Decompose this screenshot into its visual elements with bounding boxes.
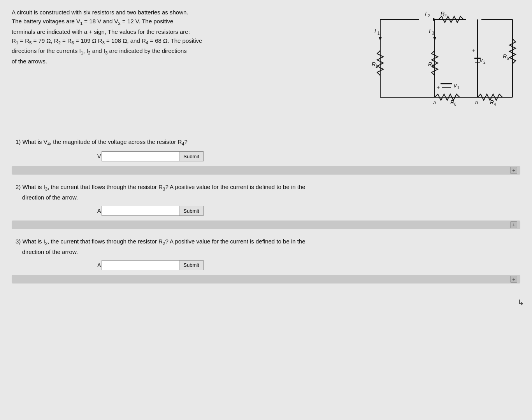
question-3-answer-row: A Submit: [12, 260, 520, 270]
svg-text:V: V: [479, 58, 483, 63]
svg-text:a: a: [433, 100, 436, 105]
question-3-input[interactable]: [102, 260, 179, 270]
question-2-answer-row: A Submit: [12, 206, 520, 216]
question-1-unit: V: [97, 153, 101, 159]
question-3-unit: A: [97, 262, 101, 268]
question-2-text: 2) What is I3, the current that flows th…: [12, 182, 520, 202]
svg-text:b: b: [475, 100, 478, 105]
question-2-section: 2) What is I3, the current that flows th…: [12, 182, 520, 229]
svg-text:+: +: [472, 47, 475, 54]
svg-text:I: I: [374, 28, 376, 34]
svg-text:2: 2: [483, 60, 486, 65]
question-3-expand-btn[interactable]: +: [510, 276, 517, 283]
problem-description: A circuit is constructed with six resist…: [12, 8, 345, 126]
svg-text:4: 4: [494, 102, 496, 107]
svg-text:R: R: [490, 99, 494, 105]
circuit-svg: I 2 R 2 R 5 I 1 I: [357, 8, 520, 124]
svg-text:R: R: [503, 53, 507, 60]
question-1-submit[interactable]: Submit: [179, 151, 203, 161]
question-2-unit: A: [97, 208, 101, 214]
svg-marker-19: [379, 37, 382, 41]
svg-text:2: 2: [444, 14, 447, 18]
svg-marker-22: [433, 37, 436, 41]
svg-text:1: 1: [377, 31, 380, 35]
question-3-submit[interactable]: Submit: [179, 260, 203, 270]
question-1-answer-row: V Submit: [12, 151, 520, 161]
svg-text:6: 6: [454, 102, 457, 107]
question-1-progress-bar: +: [12, 166, 520, 175]
svg-text:V: V: [453, 83, 457, 89]
question-1-expand-btn[interactable]: +: [510, 167, 517, 174]
problem-header: A circuit is constructed with six resist…: [12, 8, 520, 126]
question-2-input[interactable]: [102, 206, 179, 216]
svg-text:I: I: [429, 28, 430, 34]
svg-text:1: 1: [457, 86, 460, 90]
circuit-diagram: I 2 R 2 R 5 I 1 I: [357, 8, 520, 126]
question-1-text: 1) What is V4, the magnitude of the volt…: [12, 137, 520, 147]
svg-text:+: +: [437, 84, 440, 91]
question-1-input[interactable]: [102, 151, 179, 161]
svg-text:R: R: [441, 10, 444, 17]
question-3-text: 3) What is I2, the current that flows th…: [12, 237, 520, 256]
svg-text:I: I: [425, 10, 427, 17]
svg-text:R: R: [372, 61, 376, 67]
question-1-section: 1) What is V4, the magnitude of the volt…: [12, 137, 520, 175]
svg-text:3: 3: [432, 31, 434, 35]
question-2-submit[interactable]: Submit: [179, 206, 203, 216]
question-2-expand-btn[interactable]: +: [510, 221, 517, 228]
svg-text:2: 2: [428, 14, 430, 18]
question-3-section: 3) What is I2, the current that flows th…: [12, 237, 520, 284]
page: A circuit is constructed with six resist…: [0, 0, 532, 420]
question-2-progress-bar: +: [12, 220, 520, 229]
question-3-progress-bar: +: [12, 275, 520, 284]
svg-text:5: 5: [507, 56, 509, 61]
cursor-indicator: ↳: [518, 298, 524, 307]
